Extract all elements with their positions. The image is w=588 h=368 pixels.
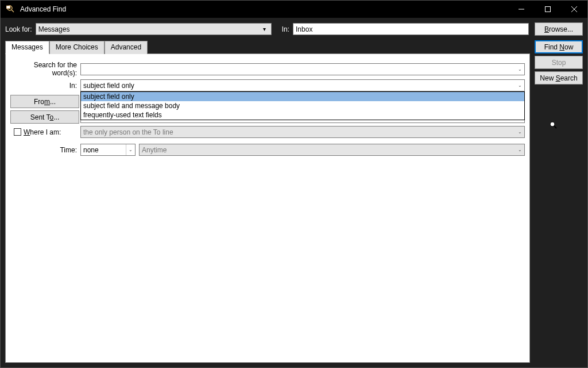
svg-rect-2 bbox=[6, 6, 10, 9]
main-row: Messages More Choices Advanced Search fo… bbox=[1, 40, 587, 367]
window-title: Advanced Find bbox=[20, 5, 508, 13]
tab-messages[interactable]: Messages bbox=[5, 41, 49, 54]
time-range-value: Anytime bbox=[140, 146, 515, 154]
in-field-value: subject field only bbox=[81, 82, 515, 90]
maximize-button[interactable] bbox=[535, 1, 561, 18]
content-area: Look for: Messages ▾ In: Inbox Browse...… bbox=[1, 18, 587, 367]
in-field-dropdown[interactable]: subject field only subject field and mes… bbox=[80, 91, 525, 120]
advanced-find-window: Advanced Find Look for: Messages ▾ In: I… bbox=[0, 0, 588, 368]
time-combo[interactable]: none ⌄ bbox=[80, 144, 136, 156]
tab-advanced[interactable]: Advanced bbox=[105, 41, 148, 54]
where-label: Where I am: bbox=[24, 128, 61, 136]
look-for-label: Look for: bbox=[5, 25, 32, 33]
in-folder-field[interactable]: Inbox bbox=[293, 23, 529, 35]
where-value: the only person on the To line bbox=[81, 128, 515, 136]
look-for-value: Messages bbox=[38, 25, 261, 33]
time-range-combo: Anytime ⌄ bbox=[139, 144, 525, 156]
find-now-button[interactable]: Find Now bbox=[535, 40, 583, 53]
tabs-area: Messages More Choices Advanced Search fo… bbox=[1, 40, 530, 363]
browse-button[interactable]: Browse... bbox=[535, 22, 583, 36]
chevron-down-icon: ▾ bbox=[261, 26, 269, 32]
tabstrip: Messages More Choices Advanced bbox=[5, 41, 530, 54]
svg-line-1 bbox=[11, 10, 14, 12]
tab-body: Search for the word(s): ⌄ In: bbox=[5, 53, 530, 363]
look-for-row: Look for: Messages ▾ In: Inbox Browse... bbox=[1, 18, 587, 40]
minimize-button[interactable] bbox=[508, 1, 535, 18]
in-folder-label: In: bbox=[282, 25, 289, 33]
chevron-down-icon[interactable]: ⌄ bbox=[515, 80, 524, 91]
search-words-row: Search for the word(s): ⌄ bbox=[10, 61, 525, 77]
stop-button: Stop bbox=[535, 56, 583, 69]
search-words-label: Search for the word(s): bbox=[10, 61, 80, 77]
window-controls bbox=[508, 1, 587, 18]
in-folder-value: Inbox bbox=[296, 25, 312, 33]
time-value: none bbox=[81, 146, 126, 154]
search-words-input[interactable]: ⌄ bbox=[80, 63, 525, 75]
tab-more-choices[interactable]: More Choices bbox=[49, 41, 105, 54]
in-field-label: In: bbox=[10, 82, 80, 90]
chevron-down-icon: ⌄ bbox=[515, 126, 524, 137]
in-field-row: In: subject field only ⌄ subject field o… bbox=[10, 79, 525, 91]
where-checkbox[interactable] bbox=[14, 128, 21, 136]
sent-to-button[interactable]: Sent To... bbox=[10, 110, 79, 124]
chevron-down-icon[interactable]: ⌄ bbox=[515, 64, 524, 75]
action-column: Find Now Stop New Search bbox=[535, 40, 583, 363]
in-option-subject-body[interactable]: subject field and message body bbox=[81, 101, 524, 110]
chevron-down-icon[interactable]: ⌄ bbox=[126, 144, 135, 155]
where-combo: the only person on the To line ⌄ bbox=[80, 126, 525, 138]
from-button[interactable]: From... bbox=[10, 95, 79, 108]
time-label: Time: bbox=[10, 146, 80, 154]
close-button[interactable] bbox=[561, 1, 587, 18]
in-option-subject-only[interactable]: subject field only bbox=[81, 92, 524, 101]
svg-rect-4 bbox=[546, 7, 551, 12]
look-for-combo[interactable]: Messages ▾ bbox=[36, 23, 272, 35]
in-field-combo[interactable]: subject field only ⌄ bbox=[80, 79, 525, 91]
chevron-down-icon: ⌄ bbox=[515, 144, 524, 155]
time-row: Time: none ⌄ Anytime ⌄ bbox=[10, 144, 525, 156]
find-icon bbox=[6, 5, 16, 14]
where-row: Where I am: the only person on the To li… bbox=[10, 126, 525, 138]
in-option-frequent[interactable]: frequently-used text fields bbox=[81, 110, 524, 120]
new-search-button[interactable]: New Search bbox=[535, 71, 583, 85]
titlebar: Advanced Find bbox=[1, 1, 587, 18]
